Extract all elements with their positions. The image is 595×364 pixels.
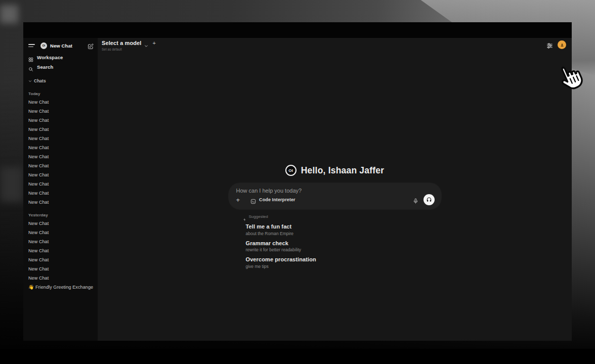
chat-list-item[interactable]: New Chat xyxy=(28,237,95,246)
chat-title: New Chat xyxy=(28,191,49,196)
chat-title: New Chat xyxy=(28,109,49,114)
chat-input[interactable] xyxy=(236,188,435,194)
workspace-label: Workspace xyxy=(37,55,63,60)
chat-title: New Chat xyxy=(28,163,49,168)
chat-title: New Chat xyxy=(28,266,49,271)
chat-list-item[interactable]: New Chat xyxy=(28,264,95,274)
chat-title: New Chat xyxy=(28,100,49,105)
chat-list-item: Yesterday xyxy=(28,211,95,219)
user-avatar[interactable] xyxy=(558,40,566,49)
workspace-grid-icon xyxy=(28,55,33,60)
chat-title: New Chat xyxy=(28,127,49,132)
chat-list-item[interactable]: New Chat xyxy=(28,189,95,198)
chat-list-item[interactable]: New Chat xyxy=(28,143,95,152)
chevron-down-icon xyxy=(28,79,32,83)
voice-call-button[interactable] xyxy=(423,194,435,205)
sidebar-header: OI New Chat xyxy=(28,41,95,50)
chat-list-item[interactable]: 👋 Friendly Greeting Exchange xyxy=(28,283,95,292)
input-toolbar-right xyxy=(413,194,435,205)
sidebar: OI New Chat Workspace Search Chats xyxy=(23,38,98,341)
top-right-controls xyxy=(546,40,566,49)
code-interpreter-icon xyxy=(250,197,256,203)
model-selector-label: Select a model xyxy=(102,40,141,46)
chat-input-card: + Code Interpreter xyxy=(229,183,441,209)
chat-list-item[interactable]: New Chat xyxy=(28,107,95,116)
set-as-default-button[interactable]: Set as default xyxy=(102,48,156,51)
input-toolbar: + Code Interpreter xyxy=(236,194,435,205)
chat-list-item[interactable]: New Chat xyxy=(28,152,95,161)
chat-list-item[interactable]: New Chat xyxy=(28,274,95,283)
chats-label: Chats xyxy=(34,78,46,83)
suggested-header: Suggested xyxy=(243,213,441,220)
suggested-label: Suggested xyxy=(249,214,268,219)
new-chat-edit-icon[interactable] xyxy=(88,42,94,49)
chat-list-item[interactable]: New Chat xyxy=(28,246,95,255)
app-logo-icon: OI xyxy=(285,165,296,176)
chat-title: New Chat xyxy=(28,239,49,244)
chat-list-item: Today xyxy=(28,90,95,98)
search-label: Search xyxy=(37,64,53,70)
chat-title: New Chat xyxy=(28,172,49,177)
app-logo-icon: OI xyxy=(40,42,47,49)
chat-title: New Chat xyxy=(28,230,49,235)
app-window: OI New Chat Workspace Search Chats xyxy=(23,22,572,341)
chat-title: New Chat xyxy=(28,181,49,187)
suggested-prompt[interactable]: Grammar check rewrite it for better read… xyxy=(243,238,441,255)
prompt-subtitle: rewrite it for better readability xyxy=(246,247,441,252)
prompt-subtitle: give me tips xyxy=(246,264,441,269)
chat-title: Yesterday xyxy=(28,213,48,217)
model-header: Select a model + Set as default xyxy=(102,40,156,51)
chat-list-item[interactable]: New Chat xyxy=(28,255,95,264)
chat-title: New Chat xyxy=(28,200,49,205)
chat-title: 👋 Friendly Greeting Exchange xyxy=(28,285,93,290)
chats-section-toggle[interactable]: Chats xyxy=(28,77,95,84)
main-pane: Select a model + Set as default OI Hello… xyxy=(98,38,572,341)
chat-list-item[interactable]: New Chat xyxy=(28,228,95,237)
window-titlebar xyxy=(23,22,572,38)
suggested-section: Suggested Tell me a fun fact about the R… xyxy=(229,213,441,271)
sidebar-item-workspace[interactable]: Workspace xyxy=(28,53,95,62)
suggested-prompt[interactable]: Tell me a fun fact about the Roman Empir… xyxy=(243,221,441,238)
desktop-background-patch xyxy=(0,5,18,23)
chat-title: New Chat xyxy=(28,136,49,141)
chat-list-item[interactable]: New Chat xyxy=(28,116,95,125)
search-icon xyxy=(28,65,33,70)
chat-list-item[interactable]: New Chat xyxy=(28,125,95,134)
chat-title: Today xyxy=(28,92,40,96)
sidebar-item-search[interactable]: Search xyxy=(28,62,95,72)
prompt-title: Tell me a fun fact xyxy=(246,223,441,230)
chat-list: Today New Chat New Chat New Chat New Cha… xyxy=(28,85,95,292)
prompt-subtitle: about the Roman Empire xyxy=(246,231,441,236)
suggested-prompt[interactable]: Overcome procrastination give me tips xyxy=(243,254,441,271)
code-interpreter-label: Code Interpreter xyxy=(259,197,295,202)
chat-title: New Chat xyxy=(28,248,49,253)
welcome-area: OI Hello, Ishaan Jaffer + Code Interpret… xyxy=(98,165,572,271)
chat-list-item[interactable]: New Chat xyxy=(28,198,95,207)
sidebar-title: New Chat xyxy=(50,43,88,49)
chat-title: New Chat xyxy=(28,257,49,262)
chat-title: New Chat xyxy=(28,276,49,281)
microphone-icon[interactable] xyxy=(413,197,418,203)
add-model-button[interactable]: + xyxy=(152,40,155,46)
greeting-row: OI Hello, Ishaan Jaffer xyxy=(285,165,384,176)
prompt-title: Overcome procrastination xyxy=(246,256,441,262)
sidebar-toggle-icon[interactable] xyxy=(28,44,35,47)
chat-list-item[interactable]: New Chat xyxy=(28,219,95,228)
controls-sliders-icon[interactable] xyxy=(546,42,553,48)
suggested-prompt-list: Tell me a fun fact about the Roman Empir… xyxy=(243,221,441,271)
user-icon xyxy=(560,43,564,47)
prompt-title: Grammar check xyxy=(246,240,441,246)
chat-title: New Chat xyxy=(28,145,49,150)
model-selector[interactable]: Select a model + xyxy=(102,40,156,46)
desktop-background-patch xyxy=(0,167,23,202)
chat-list-item[interactable]: New Chat xyxy=(28,134,95,143)
attach-plus-button[interactable]: + xyxy=(236,197,240,203)
chat-list-item[interactable]: New Chat xyxy=(28,179,95,189)
headphones-icon xyxy=(426,197,432,203)
chat-list-item[interactable]: New Chat xyxy=(28,170,95,179)
code-interpreter-toggle[interactable]: Code Interpreter xyxy=(250,197,295,203)
chat-list-item[interactable]: New Chat xyxy=(28,98,95,107)
chat-list-item[interactable]: New Chat xyxy=(28,161,95,170)
chat-title: New Chat xyxy=(28,221,49,226)
greeting-text: Hello, Ishaan Jaffer xyxy=(301,165,384,176)
